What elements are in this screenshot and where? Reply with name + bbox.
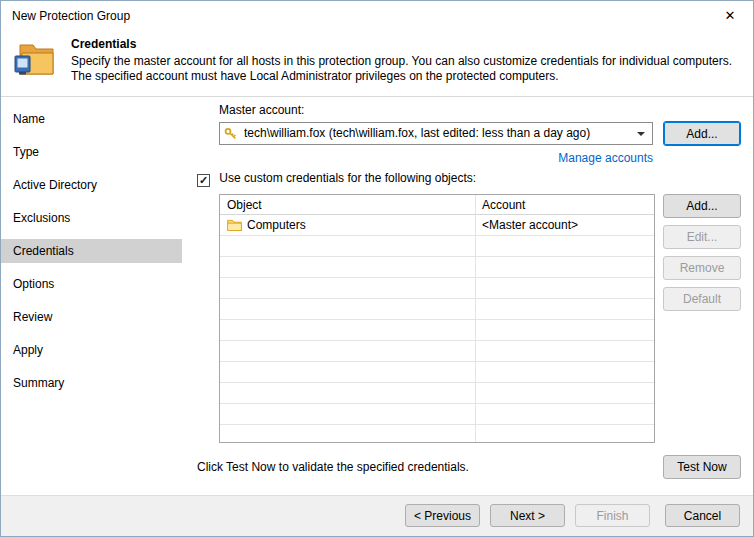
table-row-computers[interactable]: Computers <Master account>	[220, 215, 654, 236]
step-review[interactable]: Review	[1, 305, 182, 329]
close-button[interactable]: ✕	[707, 1, 753, 31]
table-empty-row	[220, 320, 654, 341]
add-object-button[interactable]: Add...	[663, 194, 741, 218]
test-now-button[interactable]: Test Now	[663, 455, 741, 479]
step-apply[interactable]: Apply	[1, 338, 182, 362]
table-empty-row	[220, 404, 654, 425]
table-empty-row	[220, 299, 654, 320]
footer-bar: < Previous Next > Finish Cancel	[1, 495, 753, 537]
object-cell: Computers	[247, 218, 306, 232]
step-summary[interactable]: Summary	[1, 371, 182, 395]
step-options[interactable]: Options	[1, 272, 182, 296]
close-icon: ✕	[725, 8, 736, 23]
step-name[interactable]: Name	[1, 107, 182, 131]
cancel-button[interactable]: Cancel	[665, 504, 740, 527]
step-title: Credentials	[71, 37, 136, 51]
finish-button[interactable]: Finish	[575, 504, 650, 527]
column-header-object: Object	[220, 195, 476, 215]
master-account-value: tech\william.fox (tech\william.fox, last…	[244, 123, 632, 144]
step-description-line1: Specify the master account for all hosts…	[71, 54, 732, 68]
master-account-combobox[interactable]: tech\william.fox (tech\william.fox, last…	[219, 122, 653, 145]
next-button[interactable]: Next >	[490, 504, 565, 527]
table-empty-row	[220, 278, 654, 299]
table-empty-row	[220, 341, 654, 362]
chevron-down-icon	[637, 132, 645, 136]
credentials-table: Object Account Computers <Master account…	[219, 194, 655, 443]
manage-accounts-link[interactable]: Manage accounts	[558, 151, 653, 165]
step-credentials[interactable]: Credentials	[1, 239, 182, 263]
edit-button[interactable]: Edit...	[663, 225, 741, 249]
key-icon	[224, 127, 238, 144]
step-description-line2: The specified account must have Local Ad…	[71, 69, 559, 83]
previous-button[interactable]: < Previous	[405, 504, 480, 527]
table-empty-row	[220, 362, 654, 383]
step-exclusions[interactable]: Exclusions	[1, 206, 182, 230]
add-account-button[interactable]: Add...	[663, 121, 741, 146]
custom-credentials-label: Use custom credentials for the following…	[219, 171, 476, 185]
wizard-steps: Name Type Active Directory Exclusions Cr…	[1, 97, 182, 495]
table-empty-row	[220, 383, 654, 404]
default-button[interactable]: Default	[663, 287, 741, 311]
account-cell: <Master account>	[476, 215, 654, 236]
folder-icon	[227, 217, 242, 236]
checkbox-checked-icon: ✓	[197, 174, 210, 187]
table-empty-row	[220, 236, 654, 257]
column-header-account: Account	[476, 195, 654, 215]
protection-group-icon	[11, 35, 59, 83]
master-account-label: Master account:	[219, 103, 304, 117]
step-type[interactable]: Type	[1, 140, 182, 164]
title-bar[interactable]: New Protection Group ✕	[1, 1, 753, 31]
new-protection-group-dialog: New Protection Group ✕ Credentials Speci…	[0, 0, 754, 537]
table-empty-row	[220, 425, 654, 443]
remove-button[interactable]: Remove	[663, 256, 741, 280]
test-now-hint: Click Test Now to validate the specified…	[197, 460, 469, 474]
table-empty-row	[220, 257, 654, 278]
step-active-directory[interactable]: Active Directory	[1, 173, 182, 197]
window-title: New Protection Group	[12, 1, 130, 31]
custom-credentials-checkbox[interactable]: ✓ Use custom credentials for the followi…	[197, 171, 476, 187]
